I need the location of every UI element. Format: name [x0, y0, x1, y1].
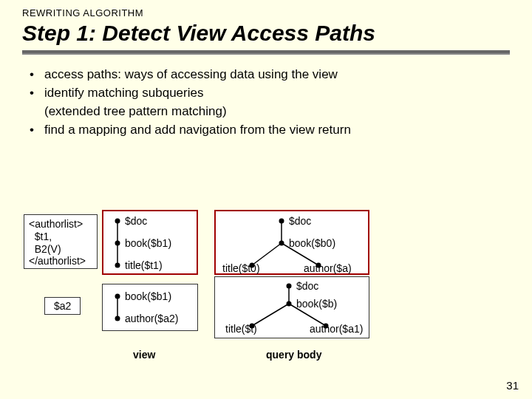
svg-line-7: [252, 304, 289, 326]
tree-node-label: title($t1): [125, 259, 163, 271]
tree-node-label: title($t0): [222, 262, 260, 274]
tree-node-icon: [279, 219, 284, 224]
tree-node-label: $doc: [125, 215, 147, 227]
tree-node-icon: [115, 294, 120, 299]
tree-query-upper: $doc book($b0) title($t0) author($a): [214, 210, 369, 275]
caption-query: query body: [266, 349, 321, 361]
tree-node-label: $doc: [296, 280, 318, 292]
bullet-item: (extended tree pattern matching): [30, 103, 351, 120]
tree-node-icon: [115, 263, 120, 268]
caption-view: view: [133, 349, 155, 361]
page-number: 31: [506, 379, 519, 392]
title-rule: [22, 50, 510, 55]
bullet-item: •find a mapping and add navigation from …: [30, 122, 351, 139]
tree-node-icon: [287, 284, 292, 289]
tree-node-icon: [115, 219, 120, 224]
tree-node-label: author($a2): [125, 313, 178, 324]
tree-node-label: $doc: [289, 215, 311, 227]
bullet-text: access paths: ways of accessing data usi…: [44, 67, 338, 81]
bullet-text: (extended tree pattern matching): [44, 104, 227, 118]
bullet-text: find a mapping and add navigation from t…: [44, 123, 351, 137]
page-title: Step 1: Detect View Access Paths: [22, 21, 375, 46]
a2-box: $a2: [44, 297, 81, 315]
tree-node-label: book($b1): [125, 290, 171, 302]
code-line: </authorlist>: [29, 255, 92, 267]
code-line: <authorlist>: [29, 218, 92, 231]
tree-node-label: author($a): [304, 262, 352, 274]
tree-node-label: book($b): [296, 298, 337, 310]
tree-node-icon: [115, 316, 120, 321]
header-label: REWRITING ALGORITHM: [22, 7, 143, 18]
code-line: B2(V): [29, 243, 92, 256]
tree-node-label: author($a1): [310, 323, 363, 335]
bullet-item: •access paths: ways of accessing data us…: [30, 66, 351, 83]
bullet-list: •access paths: ways of accessing data us…: [30, 66, 351, 140]
code-line: $t1,: [29, 231, 92, 243]
tree-query-lower: $doc book($b) title($t) author($a1): [214, 276, 369, 338]
tree-view-upper: $doc book($b1) title($t1): [102, 210, 198, 275]
tree-node-icon: [287, 301, 292, 307]
tree-node-icon: [115, 241, 120, 246]
tree-node-label: book($b1): [125, 237, 171, 249]
tree-node-label: book($b0): [289, 237, 335, 249]
bullet-text: identify matching subqueries: [44, 86, 203, 100]
tree-view-lower: book($b1) author($a2): [102, 284, 198, 331]
bullet-item: •identify matching subqueries: [30, 85, 351, 102]
tree-node-label: title($t): [225, 323, 257, 335]
tree-node-icon: [279, 241, 284, 246]
xml-code-box: <authorlist> $t1, B2(V) </authorlist>: [24, 214, 98, 269]
